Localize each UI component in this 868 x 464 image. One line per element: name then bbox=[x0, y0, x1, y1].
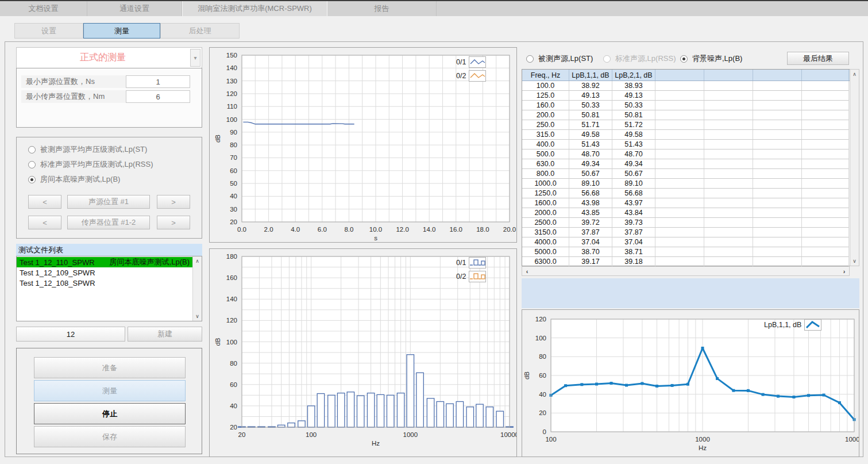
table-row[interactable]: 1600.043.9843.97 bbox=[522, 198, 850, 208]
table-cell bbox=[802, 120, 849, 130]
table-cell bbox=[753, 110, 802, 120]
table-row[interactable]: 5000.038.7038.71 bbox=[522, 247, 850, 257]
list-item[interactable]: Test 1_12_109_SPWR bbox=[17, 267, 192, 278]
measure-mode-dropdown[interactable]: 正式的测量 ▾ bbox=[16, 47, 202, 68]
table-row[interactable]: 200.050.8150.81 bbox=[522, 110, 850, 120]
column-header-6[interactable] bbox=[802, 70, 849, 80]
scroll-up-icon[interactable]: ∧ bbox=[193, 256, 202, 266]
column-header-3[interactable] bbox=[655, 70, 704, 80]
table-cell bbox=[753, 237, 802, 247]
svg-text:dB: dB bbox=[214, 135, 221, 143]
mic-next-button[interactable]: > bbox=[157, 216, 190, 229]
table-cell bbox=[802, 91, 849, 101]
subtab-1[interactable]: 测量 bbox=[83, 23, 160, 39]
table-cell: 800.0 bbox=[522, 169, 569, 179]
table-row[interactable]: 1000.089.1089.10 bbox=[522, 179, 850, 189]
table-row[interactable]: 1250.056.6856.68 bbox=[522, 189, 850, 198]
scroll-left-icon[interactable]: ‹ bbox=[522, 267, 532, 275]
peak-line-icon[interactable] bbox=[804, 319, 821, 331]
final-result-button[interactable]: 最后结果 bbox=[787, 52, 849, 65]
table-row[interactable]: 160.050.3350.33 bbox=[522, 101, 850, 110]
table-cell bbox=[802, 130, 849, 140]
table-cell bbox=[655, 101, 704, 110]
scroll-up-icon[interactable]: ∧ bbox=[850, 70, 859, 79]
source-next-button[interactable]: > bbox=[157, 195, 190, 209]
column-header-1[interactable]: LpB,1,1, dB bbox=[569, 70, 612, 80]
table-cell: 37.04 bbox=[612, 237, 655, 247]
table-row[interactable]: 250.051.7151.72 bbox=[522, 120, 850, 130]
result-source-option-1-radio-icon[interactable] bbox=[603, 55, 611, 63]
test-type-option-2[interactable]: 房间本底噪声测试,Lp(B) bbox=[28, 174, 120, 185]
table-cell bbox=[704, 101, 753, 110]
bar-icon[interactable] bbox=[469, 257, 486, 269]
table-cell bbox=[655, 140, 704, 149]
test-file-list[interactable]: Test 1_12_110_SPWR房间本底噪声测试,Lp(B)Test 1_1… bbox=[16, 256, 202, 321]
table-row[interactable]: 500.048.7048.70 bbox=[522, 149, 850, 159]
result-source-option-2[interactable]: 背景噪声,Lp(B) bbox=[680, 53, 742, 64]
scroll-down-icon[interactable]: ∨ bbox=[193, 312, 202, 321]
test-type-option-1-radio-icon[interactable] bbox=[28, 161, 36, 168]
file-name: Test 1_12_108_SPWR bbox=[20, 279, 95, 287]
column-header-5[interactable] bbox=[753, 70, 802, 80]
table-row[interactable]: 125.049.1349.13 bbox=[522, 91, 850, 101]
action-button-3[interactable]: 保存 bbox=[34, 426, 186, 447]
list-item[interactable]: Test 1_12_110_SPWR房间本底噪声测试,Lp(B) bbox=[17, 257, 192, 267]
test-type-option-1[interactable]: 标准声源平均声压级测试,Lp(RSS) bbox=[28, 159, 153, 170]
source-prev-button[interactable]: < bbox=[28, 195, 61, 209]
table-row[interactable]: 400.051.4351.43 bbox=[522, 140, 850, 149]
test-type-option-2-radio-icon[interactable] bbox=[28, 176, 36, 183]
table-horizontal-scrollbar[interactable]: ‹ › bbox=[522, 266, 850, 276]
table-cell bbox=[704, 208, 753, 218]
legend-label: 0/2 bbox=[456, 273, 466, 281]
line-icon[interactable] bbox=[469, 70, 486, 82]
result-source-option-0[interactable]: 被测声源,Lp(ST) bbox=[526, 53, 593, 64]
tab-3[interactable]: 报告 bbox=[327, 1, 437, 16]
table-cell: 1000.0 bbox=[522, 179, 569, 189]
column-header-4[interactable] bbox=[704, 70, 753, 80]
result-source-option-0-radio-icon[interactable] bbox=[526, 55, 534, 63]
table-row[interactable]: 630.049.3449.34 bbox=[522, 159, 850, 169]
source-position-button[interactable]: 声源位置 #1 bbox=[67, 195, 150, 209]
table-row[interactable]: 6300.039.1739.18 bbox=[522, 257, 850, 267]
test-type-option-0-radio-icon[interactable] bbox=[28, 146, 36, 154]
svg-text:10000: 10000 bbox=[845, 436, 859, 443]
action-button-2[interactable]: 停止 bbox=[34, 403, 186, 424]
svg-text:dB: dB bbox=[214, 338, 221, 346]
subtab-2[interactable]: 后处理 bbox=[160, 23, 240, 39]
table-row[interactable]: 4000.037.0437.04 bbox=[522, 237, 850, 247]
column-header-2[interactable]: LpB,2,1, dB bbox=[612, 70, 655, 80]
result-source-option-1[interactable]: 标准声源,Lp(RSS) bbox=[603, 53, 676, 64]
result-table[interactable]: Freq., HzLpB,1,1, dBLpB,2,1, dB 100.038.… bbox=[522, 69, 850, 266]
file-list-scrollbar[interactable]: ∧ ∨ bbox=[192, 256, 202, 321]
bar-icon[interactable] bbox=[469, 271, 486, 282]
mic-position-button[interactable]: 传声器位置 #1-2 bbox=[67, 216, 150, 229]
ns-label: 最小声源位置数，Ns bbox=[21, 75, 126, 88]
column-header-0[interactable]: Freq., Hz bbox=[522, 70, 569, 80]
scroll-right-icon[interactable]: › bbox=[839, 267, 849, 275]
nm-field[interactable]: 6 bbox=[126, 90, 190, 103]
mic-prev-button[interactable]: < bbox=[28, 216, 61, 229]
chevron-down-icon[interactable]: ▾ bbox=[190, 49, 200, 67]
new-button[interactable]: 新建 bbox=[128, 327, 202, 342]
tab-1[interactable]: 通道设置 bbox=[87, 1, 182, 16]
list-item[interactable]: Test 1_12_108_SPWR bbox=[17, 278, 192, 288]
count-button[interactable]: 12 bbox=[16, 327, 125, 342]
result-source-option-2-radio-icon[interactable] bbox=[680, 55, 688, 63]
line-icon[interactable] bbox=[469, 56, 486, 68]
action-button-1[interactable]: 测量 bbox=[34, 380, 186, 401]
table-row[interactable]: 3150.037.8737.87 bbox=[522, 228, 850, 237]
table-row[interactable]: 100.038.9238.93 bbox=[522, 81, 850, 91]
table-row[interactable]: 315.049.5849.58 bbox=[522, 130, 850, 140]
subtab-0[interactable]: 设置 bbox=[14, 23, 83, 39]
scroll-down-icon[interactable]: ∨ bbox=[850, 256, 859, 266]
table-row[interactable]: 800.050.6750.67 bbox=[522, 169, 850, 179]
tab-0[interactable]: 文档设置 bbox=[0, 1, 87, 16]
ns-field[interactable]: 1 bbox=[126, 75, 190, 88]
test-type-option-0[interactable]: 被测声源平均声压级测试,Lp(ST) bbox=[28, 144, 147, 155]
tab-2[interactable]: 混响室法测试声功率(MCR-SPWR) bbox=[182, 1, 327, 16]
table-vertical-scrollbar[interactable]: ∧ ∨ bbox=[850, 69, 859, 266]
table-row[interactable]: 2500.039.7239.73 bbox=[522, 218, 850, 228]
table-row[interactable]: 2000.043.8543.84 bbox=[522, 208, 850, 218]
svg-text:110: 110 bbox=[227, 103, 237, 110]
action-button-0[interactable]: 准备 bbox=[34, 357, 186, 378]
